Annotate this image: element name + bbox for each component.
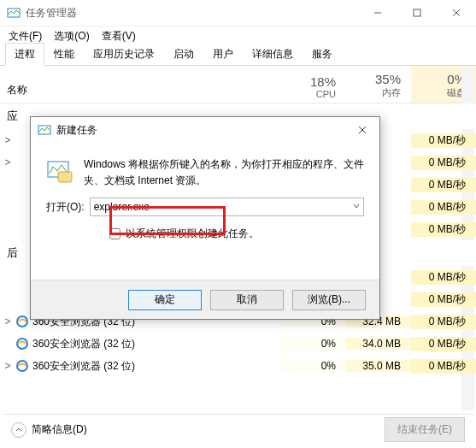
cell-disk: 0 MB/秒 bbox=[411, 133, 476, 148]
process-icon bbox=[15, 359, 31, 373]
tab-apphistory[interactable]: 应用历史记录 bbox=[84, 43, 164, 66]
cpu-label: CPU bbox=[316, 89, 336, 99]
chevron-up-icon[interactable] bbox=[11, 422, 26, 438]
dialog-close-button[interactable] bbox=[345, 118, 379, 142]
cell-disk: 0 MB/秒 bbox=[411, 178, 476, 192]
cell-disk: 0 MB/秒 bbox=[411, 359, 476, 374]
mem-pct: 35% bbox=[375, 72, 401, 86]
expand-icon[interactable]: > bbox=[0, 360, 15, 372]
run-dialog: 新建任务 Windows 将根据你所键入的名称，为你打开相应的程序、文件夹、文档… bbox=[30, 116, 380, 320]
footer: 简略信息(D) 结束任务(E) bbox=[3, 414, 473, 445]
open-input[interactable] bbox=[90, 197, 364, 216]
cell-cpu: 0% bbox=[281, 338, 346, 350]
minimize-button[interactable] bbox=[358, 0, 397, 26]
cell-disk: 0 MB/秒 bbox=[411, 292, 476, 307]
process-icon bbox=[15, 156, 31, 169]
table-row[interactable]: 360安全浏览器 (32 位)0%34.0 MB0 MB/秒 bbox=[0, 333, 476, 355]
cell-disk: 0 MB/秒 bbox=[411, 270, 476, 285]
titlebar: 任务管理器 bbox=[0, 0, 476, 27]
table-row[interactable]: >360安全浏览器 (32 位)0%35.0 MB0 MB/秒 bbox=[0, 355, 476, 377]
tab-processes[interactable]: 进程 bbox=[5, 43, 44, 66]
process-icon bbox=[15, 270, 31, 284]
tab-startup[interactable]: 启动 bbox=[164, 43, 203, 66]
process-icon bbox=[15, 178, 31, 192]
run-icon bbox=[46, 156, 73, 184]
process-icon bbox=[15, 292, 31, 306]
tab-users[interactable]: 用户 bbox=[203, 43, 243, 66]
process-icon bbox=[15, 200, 31, 214]
process-icon bbox=[15, 133, 31, 147]
dialog-message: Windows 将根据你所键入的名称，为你打开相应的程序、文件夹、文档或 Int… bbox=[84, 156, 364, 189]
admin-checkbox[interactable] bbox=[109, 228, 120, 239]
process-icon bbox=[15, 315, 31, 328]
cancel-button[interactable]: 取消 bbox=[210, 290, 284, 310]
tab-performance[interactable]: 性能 bbox=[44, 43, 84, 66]
cell-mem: 35.0 MB bbox=[346, 360, 411, 372]
process-name: 360安全浏览器 (32 位) bbox=[31, 337, 281, 351]
close-button[interactable] bbox=[437, 0, 476, 26]
column-headers: 名称 18% CPU 35% 内存 0% 磁盘 bbox=[0, 66, 476, 103]
window-title: 任务管理器 bbox=[26, 6, 358, 21]
cell-cpu: 0% bbox=[281, 360, 346, 372]
cell-mem: 34.0 MB bbox=[346, 338, 411, 350]
ok-button[interactable]: 确定 bbox=[128, 290, 202, 310]
process-icon bbox=[15, 337, 31, 351]
admin-label: 以系统管理权限创建此任务。 bbox=[126, 227, 259, 241]
tab-details[interactable]: 详细信息 bbox=[243, 43, 303, 66]
col-name[interactable]: 名称 bbox=[0, 66, 281, 103]
expand-icon[interactable]: > bbox=[0, 315, 15, 327]
end-task-button[interactable]: 结束任务(E) bbox=[385, 417, 465, 442]
col-cpu[interactable]: 18% CPU bbox=[281, 66, 346, 103]
cell-disk: 0 MB/秒 bbox=[411, 222, 476, 237]
cpu-pct: 18% bbox=[310, 74, 336, 89]
browse-button[interactable]: 浏览(B)... bbox=[292, 290, 366, 310]
col-memory[interactable]: 35% 内存 bbox=[346, 66, 411, 103]
cell-disk: 0 MB/秒 bbox=[411, 315, 476, 329]
process-name: 360安全浏览器 (32 位) bbox=[31, 359, 281, 374]
dialog-app-icon bbox=[38, 123, 51, 137]
expand-icon[interactable]: > bbox=[0, 134, 15, 146]
brief-info-link[interactable]: 简略信息(D) bbox=[32, 422, 87, 437]
open-label: 打开(O): bbox=[46, 200, 85, 215]
tab-services[interactable]: 服务 bbox=[303, 43, 342, 66]
process-icon bbox=[15, 222, 31, 236]
app-icon bbox=[7, 6, 21, 20]
svg-rect-2 bbox=[414, 9, 420, 16]
mem-label: 内存 bbox=[382, 86, 401, 99]
dialog-title: 新建任务 bbox=[56, 123, 345, 138]
cell-disk: 0 MB/秒 bbox=[411, 156, 476, 170]
cell-disk: 0 MB/秒 bbox=[411, 337, 476, 351]
cell-disk: 0 MB/秒 bbox=[411, 200, 476, 215]
maximize-button[interactable] bbox=[397, 0, 437, 26]
expand-icon[interactable]: > bbox=[0, 156, 15, 168]
tabs: 进程 性能 应用历史记录 启动 用户 详细信息 服务 bbox=[0, 45, 476, 66]
svg-rect-12 bbox=[58, 172, 72, 182]
